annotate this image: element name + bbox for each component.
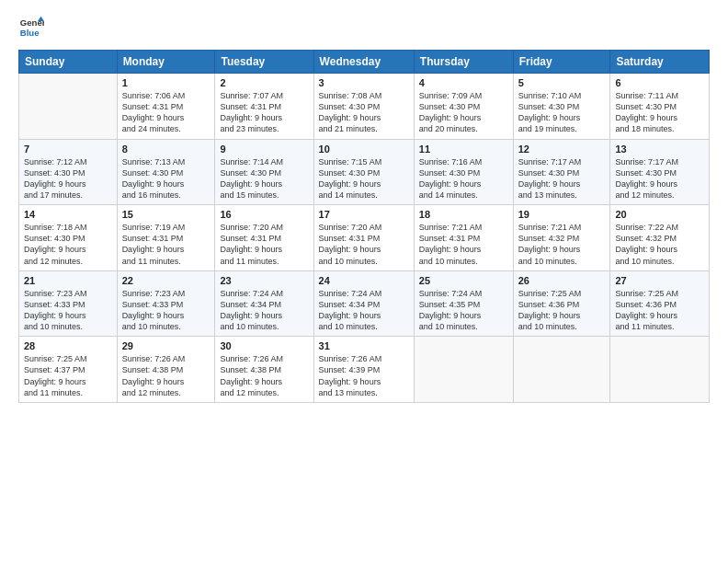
- day-number: 19: [518, 209, 606, 220]
- day-number: 7: [24, 144, 112, 155]
- day-info: Sunrise: 7:18 AM Sunset: 4:30 PM Dayligh…: [24, 222, 112, 267]
- day-number: 6: [615, 77, 704, 88]
- weekday-header-tuesday: Tuesday: [215, 51, 313, 74]
- day-number: 23: [220, 275, 308, 286]
- calendar-cell: 26Sunrise: 7:25 AM Sunset: 4:36 PM Dayli…: [513, 270, 610, 337]
- week-row-4: 21Sunrise: 7:23 AM Sunset: 4:33 PM Dayli…: [19, 270, 710, 337]
- weekday-header-thursday: Thursday: [414, 51, 513, 74]
- day-number: 11: [419, 144, 508, 155]
- day-info: Sunrise: 7:26 AM Sunset: 4:38 PM Dayligh…: [220, 353, 308, 398]
- calendar-cell: [19, 74, 118, 140]
- day-number: 26: [518, 275, 606, 286]
- calendar-cell: 22Sunrise: 7:23 AM Sunset: 4:33 PM Dayli…: [117, 270, 215, 337]
- day-number: 5: [518, 77, 606, 88]
- calendar-cell: 3Sunrise: 7:08 AM Sunset: 4:30 PM Daylig…: [313, 74, 414, 140]
- day-info: Sunrise: 7:25 AM Sunset: 4:37 PM Dayligh…: [24, 353, 112, 398]
- day-info: Sunrise: 7:26 AM Sunset: 4:38 PM Dayligh…: [122, 353, 210, 398]
- calendar-cell: 16Sunrise: 7:20 AM Sunset: 4:31 PM Dayli…: [215, 205, 313, 271]
- day-number: 25: [419, 275, 508, 286]
- weekday-header-row: SundayMondayTuesdayWednesdayThursdayFrid…: [19, 51, 710, 74]
- calendar-cell: 23Sunrise: 7:24 AM Sunset: 4:34 PM Dayli…: [215, 270, 313, 337]
- calendar-cell: [414, 337, 513, 403]
- svg-text:Blue: Blue: [20, 28, 40, 38]
- day-info: Sunrise: 7:20 AM Sunset: 4:31 PM Dayligh…: [319, 222, 409, 267]
- calendar-cell: [513, 337, 610, 403]
- calendar-cell: 30Sunrise: 7:26 AM Sunset: 4:38 PM Dayli…: [215, 337, 313, 403]
- day-info: Sunrise: 7:15 AM Sunset: 4:30 PM Dayligh…: [319, 156, 409, 201]
- day-info: Sunrise: 7:22 AM Sunset: 4:32 PM Dayligh…: [615, 222, 704, 267]
- day-info: Sunrise: 7:24 AM Sunset: 4:34 PM Dayligh…: [220, 288, 308, 333]
- calendar-cell: 25Sunrise: 7:24 AM Sunset: 4:35 PM Dayli…: [414, 270, 513, 337]
- day-info: Sunrise: 7:21 AM Sunset: 4:32 PM Dayligh…: [518, 222, 606, 267]
- day-number: 28: [24, 340, 112, 351]
- day-info: Sunrise: 7:19 AM Sunset: 4:31 PM Dayligh…: [122, 222, 210, 267]
- week-row-2: 7Sunrise: 7:12 AM Sunset: 4:30 PM Daylig…: [19, 139, 710, 205]
- day-info: Sunrise: 7:26 AM Sunset: 4:39 PM Dayligh…: [319, 353, 409, 398]
- day-number: 21: [24, 275, 112, 286]
- day-number: 22: [122, 275, 210, 286]
- calendar-cell: 13Sunrise: 7:17 AM Sunset: 4:30 PM Dayli…: [610, 139, 710, 205]
- week-row-5: 28Sunrise: 7:25 AM Sunset: 4:37 PM Dayli…: [19, 337, 710, 403]
- calendar-cell: 4Sunrise: 7:09 AM Sunset: 4:30 PM Daylig…: [414, 74, 513, 140]
- calendar-cell: 14Sunrise: 7:18 AM Sunset: 4:30 PM Dayli…: [19, 205, 118, 271]
- logo-icon: General Blue: [18, 15, 44, 40]
- calendar-cell: 18Sunrise: 7:21 AM Sunset: 4:31 PM Dayli…: [414, 205, 513, 271]
- day-number: 30: [220, 340, 308, 351]
- day-info: Sunrise: 7:08 AM Sunset: 4:30 PM Dayligh…: [319, 90, 409, 135]
- day-number: 18: [419, 209, 508, 220]
- day-number: 9: [220, 144, 308, 155]
- day-info: Sunrise: 7:24 AM Sunset: 4:35 PM Dayligh…: [419, 288, 508, 333]
- calendar-cell: 5Sunrise: 7:10 AM Sunset: 4:30 PM Daylig…: [513, 74, 610, 140]
- calendar-cell: 2Sunrise: 7:07 AM Sunset: 4:31 PM Daylig…: [215, 74, 313, 140]
- calendar-cell: 20Sunrise: 7:22 AM Sunset: 4:32 PM Dayli…: [610, 205, 710, 271]
- calendar-cell: 1Sunrise: 7:06 AM Sunset: 4:31 PM Daylig…: [117, 74, 215, 140]
- day-number: 13: [615, 144, 704, 155]
- weekday-header-friday: Friday: [513, 51, 610, 74]
- calendar-cell: 9Sunrise: 7:14 AM Sunset: 4:30 PM Daylig…: [215, 139, 313, 205]
- day-number: 20: [615, 209, 704, 220]
- calendar-cell: 6Sunrise: 7:11 AM Sunset: 4:30 PM Daylig…: [610, 74, 710, 140]
- calendar-cell: 24Sunrise: 7:24 AM Sunset: 4:34 PM Dayli…: [313, 270, 414, 337]
- day-info: Sunrise: 7:23 AM Sunset: 4:33 PM Dayligh…: [24, 288, 112, 333]
- calendar-cell: 31Sunrise: 7:26 AM Sunset: 4:39 PM Dayli…: [313, 337, 414, 403]
- calendar-cell: 27Sunrise: 7:25 AM Sunset: 4:36 PM Dayli…: [610, 270, 710, 337]
- day-number: 15: [122, 209, 210, 220]
- calendar-page: General Blue SundayMondayTuesdayWednesda…: [0, 0, 728, 563]
- weekday-header-wednesday: Wednesday: [313, 51, 414, 74]
- day-number: 8: [122, 144, 210, 155]
- calendar-cell: 17Sunrise: 7:20 AM Sunset: 4:31 PM Dayli…: [313, 205, 414, 271]
- day-info: Sunrise: 7:17 AM Sunset: 4:30 PM Dayligh…: [518, 156, 606, 201]
- day-number: 4: [419, 77, 508, 88]
- day-info: Sunrise: 7:17 AM Sunset: 4:30 PM Dayligh…: [615, 156, 704, 201]
- day-info: Sunrise: 7:21 AM Sunset: 4:31 PM Dayligh…: [419, 222, 508, 267]
- day-number: 16: [220, 209, 308, 220]
- week-row-1: 1Sunrise: 7:06 AM Sunset: 4:31 PM Daylig…: [19, 74, 710, 140]
- day-number: 27: [615, 275, 704, 286]
- week-row-3: 14Sunrise: 7:18 AM Sunset: 4:30 PM Dayli…: [19, 205, 710, 271]
- day-number: 3: [319, 77, 409, 88]
- weekday-header-saturday: Saturday: [610, 51, 710, 74]
- calendar-cell: 28Sunrise: 7:25 AM Sunset: 4:37 PM Dayli…: [19, 337, 118, 403]
- day-number: 17: [319, 209, 409, 220]
- day-info: Sunrise: 7:07 AM Sunset: 4:31 PM Dayligh…: [220, 90, 308, 135]
- day-number: 2: [220, 77, 308, 88]
- day-number: 29: [122, 340, 210, 351]
- day-number: 31: [319, 340, 409, 351]
- day-info: Sunrise: 7:20 AM Sunset: 4:31 PM Dayligh…: [220, 222, 308, 267]
- calendar-cell: 19Sunrise: 7:21 AM Sunset: 4:32 PM Dayli…: [513, 205, 610, 271]
- day-number: 24: [319, 275, 409, 286]
- day-info: Sunrise: 7:09 AM Sunset: 4:30 PM Dayligh…: [419, 90, 508, 135]
- day-info: Sunrise: 7:10 AM Sunset: 4:30 PM Dayligh…: [518, 90, 606, 135]
- day-info: Sunrise: 7:06 AM Sunset: 4:31 PM Dayligh…: [122, 90, 210, 135]
- calendar-cell: 21Sunrise: 7:23 AM Sunset: 4:33 PM Dayli…: [19, 270, 118, 337]
- calendar-cell: 11Sunrise: 7:16 AM Sunset: 4:30 PM Dayli…: [414, 139, 513, 205]
- day-info: Sunrise: 7:25 AM Sunset: 4:36 PM Dayligh…: [518, 288, 606, 333]
- day-info: Sunrise: 7:13 AM Sunset: 4:30 PM Dayligh…: [122, 156, 210, 201]
- calendar-cell: 10Sunrise: 7:15 AM Sunset: 4:30 PM Dayli…: [313, 139, 414, 205]
- calendar-cell: 15Sunrise: 7:19 AM Sunset: 4:31 PM Dayli…: [117, 205, 215, 271]
- day-info: Sunrise: 7:11 AM Sunset: 4:30 PM Dayligh…: [615, 90, 704, 135]
- calendar-cell: [610, 337, 710, 403]
- header: General Blue: [18, 15, 710, 40]
- calendar-cell: 8Sunrise: 7:13 AM Sunset: 4:30 PM Daylig…: [117, 139, 215, 205]
- day-info: Sunrise: 7:24 AM Sunset: 4:34 PM Dayligh…: [319, 288, 409, 333]
